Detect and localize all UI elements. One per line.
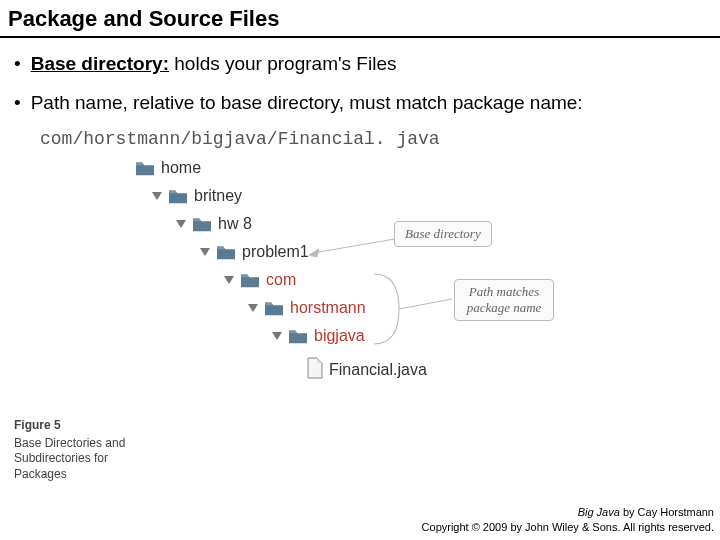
folder-icon — [215, 243, 237, 261]
tree-node-problem1: problem1 — [200, 243, 309, 261]
expand-arrow-icon — [248, 304, 258, 312]
bullet-1-lead: Base directory: — [31, 53, 169, 74]
tree-node-com: com — [224, 271, 296, 289]
tree-node-bigjava: bigjava — [272, 327, 365, 345]
figure-text: Base Directories and Subdirectories for … — [14, 436, 125, 481]
content-area: • Base directory: holds your program's F… — [0, 52, 720, 419]
figure-caption: Figure 5 Base Directories and Subdirecto… — [14, 418, 154, 482]
code-path: com/horstmann/bigjava/Financial. java — [40, 129, 706, 149]
tree-label: home — [161, 159, 201, 177]
bullet-2: • Path name, relative to base directory,… — [14, 91, 706, 116]
footer: Big Java by Cay Horstmann Copyright © 20… — [422, 505, 714, 534]
tree-label: Financial.java — [329, 361, 427, 379]
callout-base-directory: Base directory — [394, 221, 492, 247]
tree-label: bigjava — [314, 327, 365, 345]
svg-line-0 — [313, 239, 395, 253]
bullet-1-text: Base directory: holds your program's Fil… — [31, 52, 397, 77]
footer-copyright: Copyright © 2009 by John Wiley & Sons. A… — [422, 520, 714, 534]
figure-number: Figure 5 — [14, 418, 154, 434]
bullet-2-text: Path name, relative to base directory, m… — [31, 91, 583, 116]
folder-icon — [134, 159, 156, 177]
tree-label: britney — [194, 187, 242, 205]
directory-tree: home britney hw 8 problem1 — [134, 159, 706, 419]
callout-arrow-icon — [309, 237, 395, 257]
expand-arrow-icon — [152, 192, 162, 200]
tree-label: horstmann — [290, 299, 366, 317]
tree-node-home: home — [134, 159, 201, 177]
svg-marker-1 — [309, 249, 319, 257]
file-icon — [306, 357, 324, 383]
bullet-1-rest: holds your program's Files — [169, 53, 397, 74]
folder-icon — [191, 215, 213, 233]
tree-label: hw 8 — [218, 215, 252, 233]
tree-label: problem1 — [242, 243, 309, 261]
tree-label: com — [266, 271, 296, 289]
bullet-dot: • — [14, 91, 21, 116]
bullet-1: • Base directory: holds your program's F… — [14, 52, 706, 77]
expand-arrow-icon — [224, 276, 234, 284]
callout-path-matches: Path matches package name — [454, 279, 554, 321]
bullet-dot: • — [14, 52, 21, 77]
folder-icon — [167, 187, 189, 205]
tree-node-britney: britney — [152, 187, 242, 205]
folder-icon — [263, 299, 285, 317]
expand-arrow-icon — [272, 332, 282, 340]
tree-node-horstmann: horstmann — [248, 299, 366, 317]
folder-icon — [287, 327, 309, 345]
footer-book-title: Big Java — [578, 506, 620, 518]
footer-author: by Cay Horstmann — [620, 506, 714, 518]
slide-title: Package and Source Files — [0, 0, 720, 38]
tree-node-file: Financial.java — [306, 357, 427, 383]
expand-arrow-icon — [200, 248, 210, 256]
tree-node-hw8: hw 8 — [176, 215, 252, 233]
expand-arrow-icon — [176, 220, 186, 228]
folder-icon — [239, 271, 261, 289]
footer-line-1: Big Java by Cay Horstmann — [422, 505, 714, 519]
bracket-icon — [364, 269, 454, 349]
